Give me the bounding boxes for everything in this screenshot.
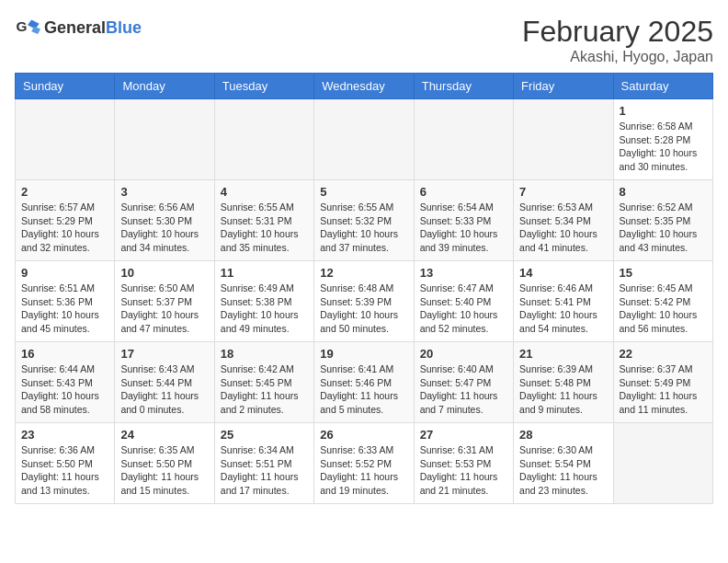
day-number: 18 <box>221 347 308 361</box>
calendar-cell: 9Sunrise: 6:51 AM Sunset: 5:36 PM Daylig… <box>16 261 115 342</box>
month-title: February 2025 <box>522 15 713 49</box>
day-number: 24 <box>120 428 208 442</box>
day-number: 9 <box>21 266 108 280</box>
day-number: 17 <box>120 347 208 361</box>
calendar-cell: 20Sunrise: 6:40 AM Sunset: 5:47 PM Dayli… <box>414 342 513 423</box>
svg-marker-1 <box>28 20 40 29</box>
day-info: Sunrise: 6:55 AM Sunset: 5:32 PM Dayligh… <box>320 201 407 255</box>
logo-icon: G <box>15 15 40 40</box>
week-row-4: 16Sunrise: 6:44 AM Sunset: 5:43 PM Dayli… <box>16 342 713 423</box>
calendar-cell: 21Sunrise: 6:39 AM Sunset: 5:48 PM Dayli… <box>514 342 613 423</box>
calendar-cell: 5Sunrise: 6:55 AM Sunset: 5:32 PM Daylig… <box>314 180 414 261</box>
calendar-cell: 28Sunrise: 6:30 AM Sunset: 5:54 PM Dayli… <box>514 423 613 504</box>
weekday-header-row: SundayMondayTuesdayWednesdayThursdayFrid… <box>16 74 713 99</box>
calendar-cell: 14Sunrise: 6:46 AM Sunset: 5:41 PM Dayli… <box>514 261 613 342</box>
day-info: Sunrise: 6:45 AM Sunset: 5:42 PM Dayligh… <box>620 282 707 336</box>
logo-text: GeneralBlue <box>44 18 142 38</box>
day-number: 2 <box>21 185 108 199</box>
day-number: 11 <box>221 266 308 280</box>
calendar-cell: 23Sunrise: 6:36 AM Sunset: 5:50 PM Dayli… <box>16 423 115 504</box>
page-header: G GeneralBlue February 2025 Akashi, Hyog… <box>15 15 713 65</box>
day-number: 21 <box>519 347 607 361</box>
calendar-cell: 13Sunrise: 6:47 AM Sunset: 5:40 PM Dayli… <box>414 261 513 342</box>
calendar-cell: 26Sunrise: 6:33 AM Sunset: 5:52 PM Dayli… <box>314 423 414 504</box>
day-info: Sunrise: 6:44 AM Sunset: 5:43 PM Dayligh… <box>21 362 108 417</box>
day-number: 4 <box>221 185 308 199</box>
day-info: Sunrise: 6:36 AM Sunset: 5:50 PM Dayligh… <box>21 443 108 498</box>
calendar-cell <box>414 99 513 180</box>
day-number: 6 <box>420 185 507 199</box>
day-number: 8 <box>620 185 707 199</box>
day-info: Sunrise: 6:39 AM Sunset: 5:48 PM Dayligh… <box>519 362 607 417</box>
day-info: Sunrise: 6:34 AM Sunset: 5:51 PM Dayligh… <box>221 443 308 498</box>
calendar-cell: 8Sunrise: 6:52 AM Sunset: 5:35 PM Daylig… <box>613 180 712 261</box>
calendar-cell: 12Sunrise: 6:48 AM Sunset: 5:39 PM Dayli… <box>314 261 414 342</box>
weekday-header-thursday: Thursday <box>414 74 513 99</box>
day-number: 12 <box>320 266 407 280</box>
week-row-1: 1Sunrise: 6:58 AM Sunset: 5:28 PM Daylig… <box>16 99 713 180</box>
day-number: 5 <box>320 185 407 199</box>
day-info: Sunrise: 6:43 AM Sunset: 5:44 PM Dayligh… <box>120 362 208 417</box>
calendar-cell: 24Sunrise: 6:35 AM Sunset: 5:50 PM Dayli… <box>115 423 214 504</box>
calendar-cell <box>314 99 414 180</box>
day-info: Sunrise: 6:55 AM Sunset: 5:31 PM Dayligh… <box>221 201 308 255</box>
day-info: Sunrise: 6:51 AM Sunset: 5:36 PM Dayligh… <box>21 282 108 336</box>
calendar-cell: 15Sunrise: 6:45 AM Sunset: 5:42 PM Dayli… <box>613 261 712 342</box>
calendar-cell: 27Sunrise: 6:31 AM Sunset: 5:53 PM Dayli… <box>414 423 513 504</box>
day-info: Sunrise: 6:48 AM Sunset: 5:39 PM Dayligh… <box>320 282 407 336</box>
day-number: 1 <box>620 104 707 118</box>
day-number: 23 <box>21 428 108 442</box>
day-number: 16 <box>21 347 108 361</box>
calendar-cell: 6Sunrise: 6:54 AM Sunset: 5:33 PM Daylig… <box>414 180 513 261</box>
day-number: 26 <box>320 428 407 442</box>
day-number: 10 <box>120 266 208 280</box>
day-info: Sunrise: 6:33 AM Sunset: 5:52 PM Dayligh… <box>320 443 407 498</box>
weekday-header-saturday: Saturday <box>613 74 712 99</box>
calendar-cell <box>214 99 313 180</box>
svg-text:G: G <box>16 18 27 34</box>
calendar-cell: 3Sunrise: 6:56 AM Sunset: 5:30 PM Daylig… <box>115 180 214 261</box>
calendar-cell: 18Sunrise: 6:42 AM Sunset: 5:45 PM Dayli… <box>214 342 313 423</box>
day-info: Sunrise: 6:56 AM Sunset: 5:30 PM Dayligh… <box>120 201 208 255</box>
day-info: Sunrise: 6:47 AM Sunset: 5:40 PM Dayligh… <box>420 282 507 336</box>
weekday-header-monday: Monday <box>115 74 214 99</box>
day-number: 27 <box>420 428 507 442</box>
weekday-header-friday: Friday <box>514 74 613 99</box>
weekday-header-sunday: Sunday <box>16 74 115 99</box>
day-number: 22 <box>620 347 707 361</box>
location-title: Akashi, Hyogo, Japan <box>522 49 713 65</box>
calendar-cell: 19Sunrise: 6:41 AM Sunset: 5:46 PM Dayli… <box>314 342 414 423</box>
day-number: 14 <box>519 266 607 280</box>
day-info: Sunrise: 6:37 AM Sunset: 5:49 PM Dayligh… <box>620 362 707 417</box>
day-number: 20 <box>420 347 507 361</box>
day-number: 3 <box>120 185 208 199</box>
title-block: February 2025 Akashi, Hyogo, Japan <box>522 15 713 65</box>
calendar-cell: 25Sunrise: 6:34 AM Sunset: 5:51 PM Dayli… <box>214 423 313 504</box>
day-info: Sunrise: 6:35 AM Sunset: 5:50 PM Dayligh… <box>120 443 208 498</box>
calendar-cell: 1Sunrise: 6:58 AM Sunset: 5:28 PM Daylig… <box>613 99 712 180</box>
weekday-header-wednesday: Wednesday <box>314 74 414 99</box>
day-info: Sunrise: 6:50 AM Sunset: 5:37 PM Dayligh… <box>120 282 208 336</box>
day-info: Sunrise: 6:30 AM Sunset: 5:54 PM Dayligh… <box>519 443 607 498</box>
day-info: Sunrise: 6:49 AM Sunset: 5:38 PM Dayligh… <box>221 282 308 336</box>
calendar-cell: 10Sunrise: 6:50 AM Sunset: 5:37 PM Dayli… <box>115 261 214 342</box>
day-number: 13 <box>420 266 507 280</box>
day-info: Sunrise: 6:31 AM Sunset: 5:53 PM Dayligh… <box>420 443 507 498</box>
day-info: Sunrise: 6:52 AM Sunset: 5:35 PM Dayligh… <box>620 201 707 255</box>
calendar-cell: 22Sunrise: 6:37 AM Sunset: 5:49 PM Dayli… <box>613 342 712 423</box>
day-number: 25 <box>221 428 308 442</box>
calendar-cell <box>514 99 613 180</box>
calendar-cell <box>16 99 115 180</box>
day-info: Sunrise: 6:57 AM Sunset: 5:29 PM Dayligh… <box>21 201 108 255</box>
day-info: Sunrise: 6:42 AM Sunset: 5:45 PM Dayligh… <box>221 362 308 417</box>
calendar-cell: 16Sunrise: 6:44 AM Sunset: 5:43 PM Dayli… <box>16 342 115 423</box>
calendar-cell: 11Sunrise: 6:49 AM Sunset: 5:38 PM Dayli… <box>214 261 313 342</box>
day-number: 28 <box>519 428 607 442</box>
calendar-cell: 4Sunrise: 6:55 AM Sunset: 5:31 PM Daylig… <box>214 180 313 261</box>
calendar-cell: 2Sunrise: 6:57 AM Sunset: 5:29 PM Daylig… <box>16 180 115 261</box>
calendar-cell <box>613 423 712 504</box>
logo: G GeneralBlue <box>15 15 142 40</box>
day-info: Sunrise: 6:40 AM Sunset: 5:47 PM Dayligh… <box>420 362 507 417</box>
day-info: Sunrise: 6:54 AM Sunset: 5:33 PM Dayligh… <box>420 201 507 255</box>
day-number: 15 <box>620 266 707 280</box>
